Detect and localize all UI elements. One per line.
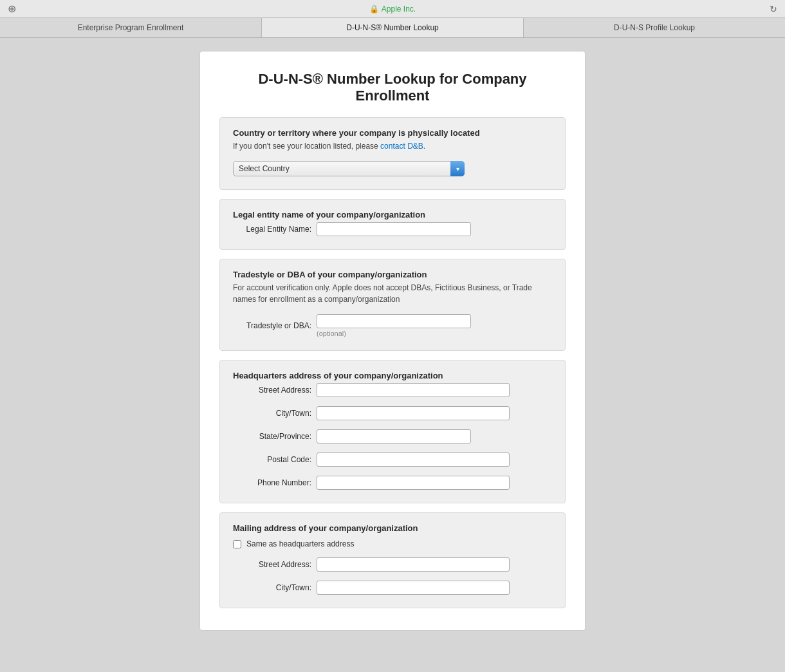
hq-street-label: Street Address: (233, 386, 317, 395)
tab-enterprise[interactable]: Enterprise Program Enrollment (0, 18, 262, 37)
hq-street-input[interactable] (317, 383, 510, 397)
hq-state-row: State/Province: (233, 429, 552, 443)
hq-postal-input[interactable] (317, 453, 510, 467)
hq-phone-row: Phone Number: (233, 476, 552, 490)
new-tab-button[interactable]: ⊕ (8, 3, 16, 15)
hq-street-row: Street Address: (233, 383, 552, 397)
hq-city-row: City/Town: (233, 406, 552, 420)
refresh-button[interactable]: ↻ (770, 4, 777, 14)
subtitle-after-link: . (423, 142, 425, 151)
mail-city-row: City/Town: (233, 581, 552, 595)
same-as-hq-row: Same as headquarters address (233, 539, 552, 548)
tradestyle-title: Tradestyle or DBA of your company/organi… (233, 270, 552, 279)
tradestyle-subtitle: For account verification only. Apple doe… (233, 282, 552, 305)
url-bar: 🔒 Apple Inc. (369, 5, 416, 14)
hq-phone-input[interactable] (317, 476, 510, 490)
country-section-title: Country or territory where your company … (233, 128, 552, 138)
lock-icon: 🔒 (369, 5, 379, 14)
form-container: D-U-N-S® Number Lookup for Company Enrol… (199, 51, 586, 631)
hq-state-input[interactable] (317, 429, 471, 443)
url-text: Apple Inc. (382, 5, 416, 14)
hq-city-input[interactable] (317, 406, 510, 420)
optional-label: (optional) (317, 330, 471, 337)
mail-street-row: Street Address: (233, 557, 552, 572)
legal-entity-input[interactable] (317, 222, 471, 236)
subtitle-before-link: If you don't see your location listed, p… (233, 142, 380, 151)
country-select[interactable]: Select Country United States Canada Unit… (233, 161, 465, 176)
headquarters-title: Headquarters address of your company/org… (233, 371, 552, 380)
browser-bar: ⊕ 🔒 Apple Inc. ↻ (0, 0, 785, 18)
mail-street-input[interactable] (317, 557, 510, 572)
tab-bar: Enterprise Program Enrollment D-U-N-S® N… (0, 18, 785, 38)
tab-duns-lookup[interactable]: D-U-N-S® Number Lookup (262, 18, 524, 37)
legal-entity-section: Legal entity name of your company/organi… (219, 199, 566, 250)
mail-street-label: Street Address: (233, 560, 317, 569)
mail-city-input[interactable] (317, 581, 510, 595)
hq-phone-label: Phone Number: (233, 478, 317, 487)
legal-entity-title: Legal entity name of your company/organi… (233, 210, 552, 219)
country-section-subtitle: If you don't see your location listed, p… (233, 140, 552, 152)
tradestyle-input-group: (optional) (317, 314, 471, 337)
tradestyle-section: Tradestyle or DBA of your company/organi… (219, 259, 566, 351)
hq-postal-label: Postal Code: (233, 455, 317, 464)
hq-city-label: City/Town: (233, 409, 317, 418)
mailing-title: Mailing address of your company/organiza… (233, 523, 552, 533)
main-content: D-U-N-S® Number Lookup for Company Enrol… (0, 38, 785, 644)
tradestyle-input[interactable] (317, 314, 471, 328)
legal-entity-label: Legal Entity Name: (233, 225, 317, 234)
tab-duns-profile[interactable]: D-U-N-S Profile Lookup (524, 18, 785, 37)
hq-state-label: State/Province: (233, 432, 317, 441)
page-title: D-U-N-S® Number Lookup for Company Enrol… (219, 71, 566, 104)
hq-postal-row: Postal Code: (233, 453, 552, 467)
legal-entity-field-row: Legal Entity Name: (233, 222, 552, 236)
country-select-wrapper: Select Country United States Canada Unit… (233, 161, 552, 176)
tradestyle-field-row: Tradestyle or DBA: (optional) (233, 314, 552, 337)
contact-dnb-link[interactable]: contact D&B (380, 142, 423, 151)
same-as-hq-label[interactable]: Same as headquarters address (246, 539, 354, 548)
headquarters-section: Headquarters address of your company/org… (219, 360, 566, 503)
same-as-hq-checkbox[interactable] (233, 540, 241, 548)
mail-city-label: City/Town: (233, 583, 317, 592)
tradestyle-label: Tradestyle or DBA: (233, 321, 317, 330)
country-section: Country or territory where your company … (219, 117, 566, 190)
country-select-container: Select Country United States Canada Unit… (233, 161, 465, 176)
mailing-section: Mailing address of your company/organiza… (219, 512, 566, 608)
